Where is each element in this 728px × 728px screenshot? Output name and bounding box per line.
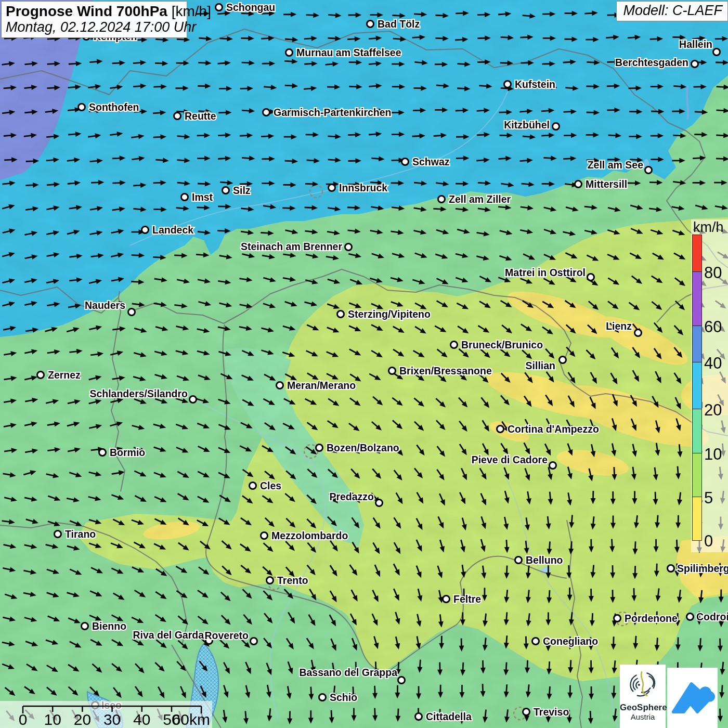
city-label: Nauders <box>85 300 125 311</box>
city-label: Predazzo <box>329 491 374 502</box>
city-marker <box>588 274 594 281</box>
city-label: Cittadella <box>426 711 472 722</box>
city-label: Schongau <box>226 2 275 13</box>
legend-segment <box>692 453 702 497</box>
city-label: Spilimbergo <box>677 563 728 574</box>
city-label: Tirano <box>65 528 96 540</box>
legend-tick-label: 40 <box>704 354 722 373</box>
city-marker <box>550 462 556 469</box>
scale-label: 10 <box>44 711 61 728</box>
city-marker <box>267 577 274 584</box>
legend-segment <box>692 326 702 363</box>
city-marker <box>415 713 422 720</box>
city-label: Lienz <box>606 320 632 332</box>
city-marker <box>250 483 256 489</box>
legend-unit-label: km/h <box>693 219 724 236</box>
city-label: Schlanders/Silandro <box>89 388 188 399</box>
city-marker <box>251 638 257 645</box>
city-label: Steinach am Brenner <box>241 241 342 252</box>
city-marker <box>553 123 560 130</box>
city-marker <box>345 244 352 251</box>
city-label: Matrei in Osttirol <box>505 267 586 278</box>
distance-scale-bar: 0102030405060km <box>0 701 212 728</box>
city-marker <box>504 81 511 88</box>
city-marker <box>645 167 652 174</box>
scale-label: 0 <box>19 711 28 728</box>
blue-mountain-cloud-icon <box>667 668 718 728</box>
city-marker <box>402 159 409 165</box>
city-label: Mittersill <box>586 178 627 190</box>
city-marker <box>319 694 326 701</box>
city-marker <box>128 309 135 316</box>
city-label: Codroipo <box>696 611 728 622</box>
city-marker <box>286 49 293 56</box>
geosphere-logo-subtext: Austria <box>620 712 666 721</box>
city-label: Innsbruck <box>339 182 387 193</box>
city-marker <box>277 382 283 389</box>
city-marker <box>261 532 268 539</box>
city-marker <box>389 368 396 374</box>
city-marker <box>316 445 323 451</box>
city-label: Feltre <box>453 593 481 605</box>
city: Silz <box>223 185 251 196</box>
scale-label: 40 <box>133 711 150 728</box>
city-label: Brixen/Bressanone <box>399 365 492 376</box>
city-label: Zell am Ziller <box>449 193 511 205</box>
city: Brixen/Bressanone <box>389 365 492 376</box>
city-label: Trento <box>277 575 308 586</box>
legend-tick-label: 10 <box>704 445 722 464</box>
city-marker <box>337 311 344 318</box>
city-marker <box>438 196 445 203</box>
city: Garmisch-Partenkirchen <box>263 107 392 118</box>
map-title: Prognose Wind 700hPa [km/h] <box>6 3 183 19</box>
city-label: Kitzbühel <box>504 119 550 131</box>
city-label: Landeck <box>152 224 193 236</box>
legend-segment <box>692 497 702 541</box>
map-title-datetime: Montag, 02.12.2024 17:00 Uhr <box>6 19 183 35</box>
city: Murnau am Staffelsee <box>286 47 401 58</box>
city-marker <box>37 372 44 379</box>
city-label: Schwaz <box>412 156 450 167</box>
city: Steinach am Brenner <box>241 241 352 252</box>
city-marker <box>443 596 450 603</box>
city-marker <box>668 565 674 572</box>
city-label: Imst <box>192 191 213 203</box>
city: Zell am Ziller <box>438 193 511 205</box>
city-marker <box>614 615 621 622</box>
city-marker <box>560 357 566 363</box>
city-label: Conegliano <box>543 635 598 647</box>
legend-tick-label: 0 <box>704 532 713 551</box>
city-label: Meran/Merano <box>287 380 356 391</box>
city: Bozen/Bolzano <box>316 442 399 453</box>
scale-label: 20 <box>74 711 91 728</box>
legend-tick-label: 20 <box>704 401 722 420</box>
map-title-box: Prognose Wind 700hPa [km/h] Montag, 02.1… <box>1 1 187 38</box>
city-marker <box>575 181 582 188</box>
city-marker <box>523 709 530 716</box>
city-label: Silz <box>233 185 251 196</box>
partner-logo <box>667 668 718 728</box>
city-label: Riva del Garda <box>133 629 204 641</box>
scale-label: 60km <box>172 711 210 728</box>
legend-color-bar <box>692 235 702 541</box>
geosphere-logo-text: GeoSphere <box>620 703 666 712</box>
city-marker <box>82 623 88 630</box>
city-marker <box>713 49 720 56</box>
city-label: Berchtesgaden <box>615 57 688 68</box>
city-marker <box>99 449 106 456</box>
city-marker <box>142 227 149 233</box>
scale-label: 30 <box>103 711 121 728</box>
city-label: Zernez <box>48 369 81 381</box>
city: Sterzing/Vipiteno <box>337 308 431 320</box>
city-label: Pieve di Cadore <box>472 454 548 465</box>
city: Meran/Merano <box>277 380 356 391</box>
city-label: Reutte <box>185 110 216 122</box>
city: Mezzolombardo <box>261 530 348 541</box>
wind-speed-legend: km/h 806040201050 <box>691 219 728 552</box>
legend-segment <box>692 271 702 326</box>
city-label: Zell am See <box>588 159 643 171</box>
city-marker <box>376 500 383 506</box>
city-label: Bassano del Grappa <box>299 667 397 678</box>
model-label: Modell: C-LAEF <box>616 1 728 21</box>
city-label: Schio <box>330 692 357 703</box>
